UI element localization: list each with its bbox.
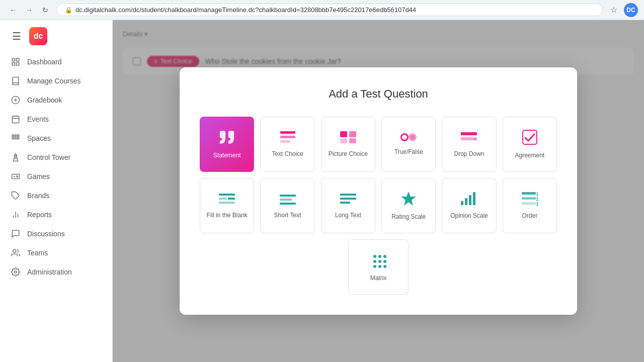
administration-icon (10, 267, 21, 277)
question-type-statement[interactable]: Statement (200, 117, 254, 172)
svg-point-64 (536, 203, 538, 204)
control-tower-icon (10, 153, 21, 162)
svg-point-71 (383, 260, 386, 263)
spaces-label: Spaces (27, 134, 51, 142)
svg-point-61 (536, 195, 538, 196)
svg-marker-52 (401, 192, 416, 206)
question-type-grid: Statement Text Choice (200, 117, 557, 295)
refresh-button[interactable]: ↻ (38, 3, 52, 17)
question-type-rating-scale[interactable]: Rating Scale (381, 178, 436, 233)
sidebar-item-reports[interactable]: Reports (0, 205, 112, 224)
sidebar-top: ☰ dc (0, 20, 112, 52)
svg-rect-47 (280, 199, 292, 201)
svg-rect-55 (469, 195, 471, 205)
question-row-3: Matrix (200, 239, 557, 295)
svg-rect-43 (219, 198, 227, 200)
svg-point-69 (373, 260, 376, 263)
question-type-matrix[interactable]: Matrix (348, 239, 409, 295)
fill-blank-icon (218, 192, 236, 208)
address-bar[interactable]: 🔒 dc.digitalchalk.com/dc/student/chalkbo… (56, 4, 603, 16)
hamburger-button[interactable]: ☰ (8, 26, 25, 46)
games-icon (10, 172, 21, 181)
svg-rect-16 (18, 138, 19, 139)
sidebar-item-events[interactable]: Events (0, 110, 112, 129)
question-type-drop-down[interactable]: Drop Down (442, 117, 496, 172)
reports-label: Reports (27, 211, 52, 219)
svg-rect-50 (340, 198, 356, 200)
svg-rect-48 (280, 203, 296, 205)
svg-point-65 (536, 205, 538, 206)
svg-point-25 (13, 249, 16, 252)
sidebar-item-spaces[interactable]: Spaces (0, 129, 112, 148)
profile-button[interactable]: DC (624, 3, 638, 17)
svg-point-67 (378, 255, 381, 258)
svg-point-20 (17, 176, 18, 177)
spaces-icon (10, 134, 21, 143)
question-type-picture-choice[interactable]: Picture Choice (321, 117, 375, 172)
sidebar: ☰ dc Dashboard Manage Courses (0, 20, 113, 362)
agreement-label: Agreement (515, 152, 544, 160)
events-icon (10, 115, 21, 124)
svg-rect-18 (12, 174, 20, 179)
svg-rect-27 (280, 131, 295, 134)
question-type-agreement[interactable]: Agreement (503, 117, 557, 172)
modal-overlay[interactable]: Add a Test Question State (113, 20, 644, 362)
question-type-order[interactable]: Order (503, 178, 557, 233)
short-text-icon (279, 192, 297, 208)
brands-icon (10, 191, 21, 200)
svg-rect-0 (12, 58, 15, 61)
svg-rect-33 (349, 138, 356, 143)
nav-buttons[interactable]: ← → ↻ (6, 3, 52, 17)
sidebar-item-brands[interactable]: Brands (0, 186, 112, 205)
svg-rect-15 (15, 138, 17, 139)
question-type-long-text[interactable]: Long Text (321, 178, 375, 233)
forward-button[interactable]: → (22, 3, 36, 17)
matrix-icon (370, 251, 387, 270)
brands-label: Brands (27, 192, 49, 200)
short-text-label: Short Text (274, 212, 301, 220)
rating-scale-icon (400, 190, 417, 209)
sidebar-item-games[interactable]: Games (0, 167, 112, 186)
svg-rect-7 (12, 116, 19, 123)
svg-point-66 (373, 255, 376, 258)
svg-rect-29 (280, 140, 290, 143)
modal-title: Add a Test Question (200, 87, 557, 101)
sidebar-item-dashboard[interactable]: Dashboard (0, 52, 112, 71)
sidebar-item-gradebook[interactable]: Gradebook (0, 90, 112, 110)
rating-scale-label: Rating Scale (391, 213, 426, 221)
svg-rect-2 (17, 63, 19, 65)
sidebar-item-teams[interactable]: Teams (0, 243, 112, 262)
svg-rect-32 (340, 138, 347, 143)
svg-point-26 (15, 271, 17, 274)
opinion-scale-icon (460, 191, 478, 208)
question-type-true-false[interactable]: True/False (381, 117, 436, 172)
sidebar-item-control-tower[interactable]: Control Tower (0, 148, 112, 167)
sidebar-item-manage-courses[interactable]: Manage Courses (0, 71, 112, 90)
svg-rect-54 (465, 198, 467, 205)
svg-rect-44 (228, 198, 235, 200)
back-button[interactable]: ← (6, 3, 20, 17)
main-content: Details ▾ ≡ Text Choice Who Stole the co… (113, 20, 644, 362)
sidebar-item-discussions[interactable]: Discussions (0, 224, 112, 243)
user-avatar: DC (624, 3, 638, 17)
question-type-text-choice[interactable]: Text Choice (260, 117, 314, 172)
sidebar-nav: Dashboard Manage Courses Gradebook Event… (0, 52, 112, 362)
question-row-1: Statement Text Choice (200, 117, 557, 172)
drop-down-label: Drop Down (454, 150, 484, 158)
sidebar-item-administration[interactable]: Administration (0, 262, 112, 282)
svg-rect-31 (349, 131, 356, 137)
svg-rect-58 (522, 197, 536, 200)
question-type-short-text[interactable]: Short Text (260, 178, 314, 233)
svg-point-68 (383, 255, 386, 258)
question-type-opinion-scale[interactable]: Opinion Scale (442, 178, 496, 233)
question-type-fill-blank[interactable]: Fill in the Blank (200, 178, 254, 233)
bookmark-button[interactable]: ☆ (607, 3, 621, 17)
svg-point-70 (378, 260, 381, 263)
svg-rect-28 (280, 136, 295, 138)
discussions-icon (10, 229, 21, 238)
games-label: Games (27, 172, 50, 180)
svg-rect-59 (522, 202, 536, 205)
app-container: ☰ dc Dashboard Manage Courses (0, 20, 644, 362)
svg-rect-12 (15, 135, 17, 136)
manage-courses-label: Manage Courses (27, 77, 81, 85)
